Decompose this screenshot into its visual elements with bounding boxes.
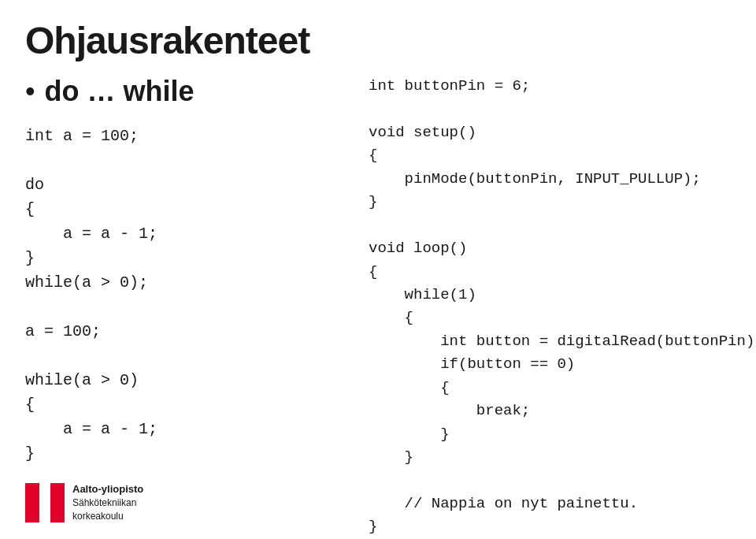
page-title: Ohjausrakenteet <box>0 0 756 75</box>
logo-line3: korkeakoulu <box>72 510 143 523</box>
svg-rect-2 <box>39 497 50 508</box>
logo-area: Aalto-yliopisto Sähkötekniikan korkeakou… <box>25 482 143 523</box>
aalto-logo-icon <box>25 483 65 522</box>
right-column: int buttonPin = 6; void setup() { pinMod… <box>353 75 731 539</box>
bullet-heading: • do … while <box>25 75 337 108</box>
bullet-dot: • <box>25 77 35 106</box>
logo-text-block: Aalto-yliopisto Sähkötekniikan korkeakou… <box>72 482 143 523</box>
left-column: • do … while int a = 100; do { a = a - 1… <box>25 75 353 539</box>
content-area: • do … while int a = 100; do { a = a - 1… <box>0 75 756 539</box>
logo-line2: Sähkötekniikan <box>72 496 143 510</box>
right-code-block: int buttonPin = 6; void setup() { pinMod… <box>369 75 731 539</box>
bullet-text: do … while <box>45 75 195 108</box>
left-code-block: int a = 100; do { a = a - 1; } while(a >… <box>25 124 337 466</box>
logo-line1: Aalto-yliopisto <box>72 482 143 496</box>
